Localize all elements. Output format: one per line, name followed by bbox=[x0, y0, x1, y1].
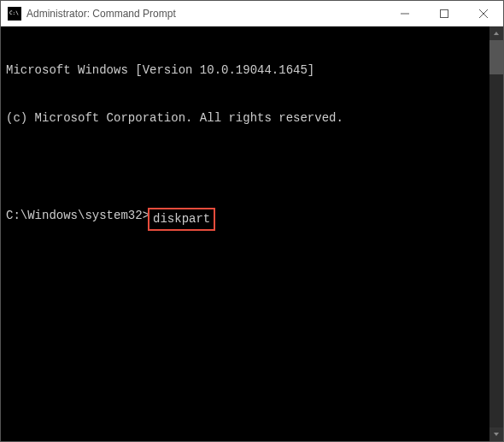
svg-marker-4 bbox=[494, 32, 499, 35]
maximize-button[interactable] bbox=[425, 1, 464, 26]
close-button[interactable] bbox=[464, 1, 503, 26]
terminal-output[interactable]: Microsoft Windows [Version 10.0.19044.16… bbox=[1, 27, 489, 441]
window-titlebar: Administrator: Command Prompt bbox=[1, 1, 503, 27]
command-highlight: diskpart bbox=[148, 208, 215, 231]
svg-rect-1 bbox=[441, 9, 448, 17]
cmd-icon bbox=[8, 7, 21, 21]
minimize-button[interactable] bbox=[385, 1, 425, 26]
window-title: Administrator: Command Prompt bbox=[26, 8, 385, 20]
typed-command: diskpart bbox=[153, 212, 210, 226]
copyright-line: (c) Microsoft Corporation. All rights re… bbox=[6, 110, 484, 127]
prompt-line: C:\Windows\system32>diskpart bbox=[6, 208, 484, 231]
scrollbar-up-button[interactable] bbox=[489, 27, 503, 40]
prompt-path: C:\Windows\system32> bbox=[6, 208, 149, 224]
vertical-scrollbar[interactable] bbox=[489, 27, 503, 441]
version-line: Microsoft Windows [Version 10.0.19044.16… bbox=[6, 62, 484, 79]
blank-line bbox=[6, 159, 484, 175]
scrollbar-down-button[interactable] bbox=[489, 427, 503, 441]
scrollbar-thumb[interactable] bbox=[489, 40, 503, 74]
window-controls bbox=[385, 1, 503, 26]
svg-marker-5 bbox=[494, 433, 499, 436]
terminal-area: Microsoft Windows [Version 10.0.19044.16… bbox=[1, 27, 503, 441]
